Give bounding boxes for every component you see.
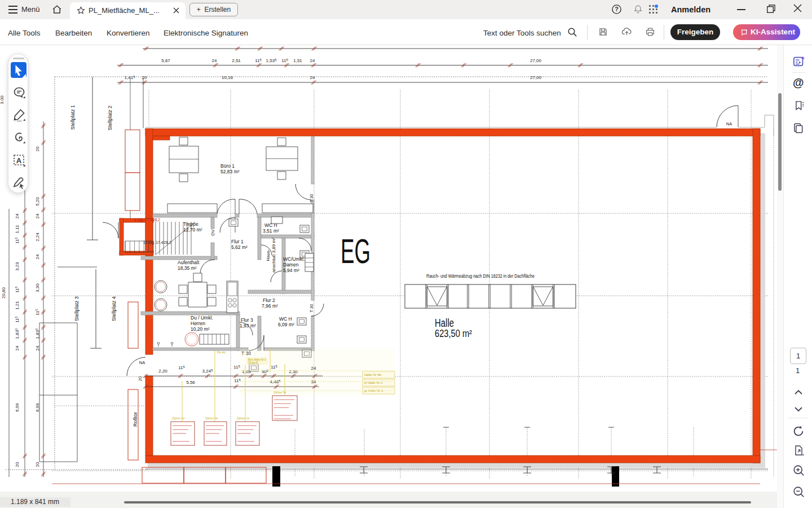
svg-text:Treppe: Treppe	[183, 221, 198, 227]
svg-text:T 30: T 30	[309, 194, 314, 203]
svg-text:Stellplatz 2: Stellplatz 2	[107, 106, 113, 130]
svg-text:Zähler Nr: Zähler Nr	[172, 417, 185, 420]
svg-text:2,24: 2,24	[35, 233, 40, 242]
svg-text:DV: DV	[210, 229, 215, 236]
svg-text:20: 20	[15, 462, 20, 467]
svg-text:24: 24	[35, 254, 40, 259]
svg-text:Halle: Halle	[435, 317, 454, 329]
svg-text:24: 24	[311, 366, 316, 371]
svg-text:Stellplatz 3: Stellplatz 3	[74, 296, 80, 321]
svg-text:18,35 m²: 18,35 m²	[178, 265, 197, 271]
svg-text:5,67: 5,67	[161, 58, 170, 63]
svg-text:24: 24	[310, 58, 315, 63]
svg-text:anschluß 3,89 m²: anschluß 3,89 m²	[271, 238, 276, 273]
svg-text:?: ?	[615, 6, 618, 12]
svg-text:3,23: 3,23	[15, 262, 20, 271]
svg-text:Zähler Nr: Zähler Nr	[205, 417, 218, 420]
svg-text:Damen: Damen	[283, 262, 299, 268]
svg-text:6,99: 6,99	[15, 403, 20, 412]
svg-text:EG: EG	[341, 231, 370, 270]
svg-text:3,30: 3,30	[35, 283, 40, 292]
svg-text:NA: NA	[139, 360, 145, 365]
svg-text:12,70 m²: 12,70 m²	[183, 227, 202, 233]
svg-text:1,21: 1,21	[15, 301, 20, 310]
svg-text:9 Stg. 17,4/28,2: 9 Stg. 17,4/28,2	[134, 218, 160, 222]
svg-text:20,80: 20,80	[1, 287, 6, 299]
svg-text:5,20: 5,20	[35, 197, 40, 206]
svg-text:27,00: 27,00	[530, 58, 542, 63]
svg-text:27,00: 27,00	[530, 75, 542, 80]
svg-text:6,09 m²: 6,09 m²	[278, 322, 294, 327]
svg-text:Flur 2: Flur 2	[263, 297, 275, 303]
svg-text:3.00: 3.00	[0, 95, 5, 104]
svg-text:20: 20	[35, 146, 40, 151]
svg-text:1,11: 1,11	[15, 225, 20, 234]
svg-text:Herren: Herren	[191, 321, 205, 326]
svg-text:2,30: 2,30	[289, 369, 298, 374]
svg-text:A: A	[16, 156, 22, 165]
svg-text:7,96 m²: 7,96 m²	[262, 303, 278, 309]
svg-text:23 qm Fl.: 23 qm Fl.	[248, 361, 259, 364]
svg-text:Rolltor: Rolltor	[133, 412, 138, 427]
svg-text:WC H: WC H	[264, 222, 277, 228]
svg-text:24: 24	[15, 213, 20, 218]
svg-text:5,62 m²: 5,62 m²	[231, 244, 248, 250]
svg-text:Stellplatz 4: Stellplatz 4	[111, 296, 117, 321]
svg-text:24: 24	[212, 58, 217, 63]
svg-text:2,20: 2,20	[158, 369, 167, 374]
svg-text:Halle Nr 4b: Halle Nr 4b	[364, 373, 382, 376]
svg-text:3,51 m²: 3,51 m²	[263, 228, 279, 234]
svg-text:52,83 m²: 52,83 m²	[220, 169, 240, 174]
svg-text:Stellplatz 1: Stellplatz 1	[70, 105, 76, 130]
svg-text:5,56: 5,56	[186, 380, 195, 385]
svg-text:1,51: 1,51	[293, 58, 302, 63]
svg-text:5,94 m²: 5,94 m²	[283, 268, 299, 273]
svg-text:WC/Umkl.: WC/Umkl.	[283, 256, 304, 262]
svg-text:10,20 m²: 10,20 m²	[191, 326, 210, 332]
svg-text:Flur 1: Flur 1	[231, 239, 244, 244]
svg-text:Flur 3: Flur 3	[241, 317, 253, 323]
svg-text:Rauch- und Wärmeabzug nach DIN: Rauch- und Wärmeabzug nach DIN 18232 in …	[426, 273, 535, 279]
svg-text:Zähler Nr: Zähler Nr	[237, 417, 250, 420]
svg-text:Flur etc: Flur etc	[217, 351, 226, 354]
svg-text:Haus-: Haus-	[266, 249, 271, 261]
svg-text:10,16: 10,16	[222, 75, 233, 80]
svg-text:24: 24	[310, 75, 315, 80]
svg-text:20: 20	[142, 75, 147, 80]
svg-text:1,93 m²: 1,93 m²	[240, 323, 256, 329]
svg-text:Aufenthalt: Aufenthalt	[178, 260, 200, 265]
svg-text:Zähler Nr: Zähler Nr	[273, 391, 286, 394]
svg-text:2,51: 2,51	[232, 58, 241, 63]
svg-text:T 30: T 30	[309, 304, 314, 313]
svg-text:24: 24	[15, 345, 20, 351]
svg-text:NA: NA	[726, 121, 732, 126]
svg-text:623,50 m²: 623,50 m²	[435, 328, 472, 339]
svg-text:Du / Umkl.: Du / Umkl.	[191, 315, 213, 321]
svg-text:20: 20	[35, 462, 40, 467]
svg-text:24: 24	[35, 213, 40, 218]
svg-text:1,05: 1,05	[242, 369, 251, 374]
svg-text:Büro 1: Büro 1	[220, 163, 235, 169]
svg-text:20: 20	[138, 376, 143, 381]
svg-text:WC H: WC H	[279, 316, 292, 322]
svg-text:34: 34	[311, 379, 316, 384]
